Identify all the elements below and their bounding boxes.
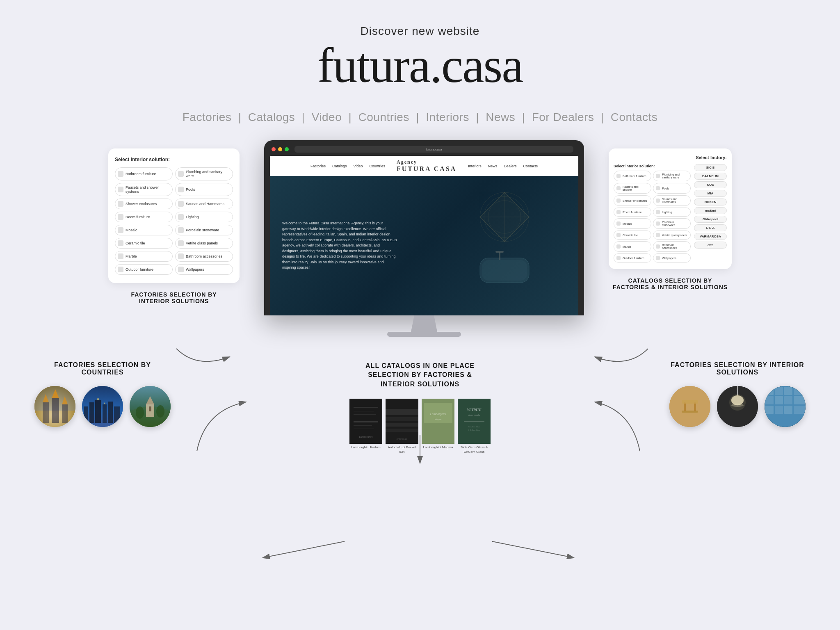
nav-item-catalogs[interactable]: Catalogs (248, 111, 295, 123)
website-nav-dealers[interactable]: Dealers (504, 164, 516, 168)
brand-effe[interactable]: effe (694, 242, 727, 249)
f-sol-faucets[interactable]: Faucets and shower (614, 183, 651, 194)
nav-item-news[interactable]: News (486, 111, 515, 123)
countries-circles (33, 386, 172, 427)
solution-label: Porcelain stoneware (186, 228, 219, 232)
catalog-item-2[interactable]: AntonioLupi AntonioLupi Pocket 034 (386, 399, 418, 454)
f-sol-lighting[interactable]: Lighting (653, 208, 691, 217)
solution-item-wallpapers[interactable]: Wallpapers (175, 264, 233, 275)
website-nav-news[interactable]: News (488, 164, 498, 168)
brand-lea[interactable]: L·E·A (694, 224, 727, 231)
factory-card-title: Select factory: (614, 155, 727, 160)
solution-item-bath-acc[interactable]: Bathroom accessories (175, 251, 233, 262)
f-porcelain-icon (656, 221, 660, 226)
nav-item-factories[interactable]: Factories (183, 111, 232, 123)
solution-item-vetrite[interactable]: Vetrite glass panels (175, 238, 233, 249)
website-nav-catalogs[interactable]: Catalogs (332, 164, 347, 168)
solution-item-marble[interactable]: Marble (115, 251, 173, 262)
f-sol-shower[interactable]: Shower enclosures (614, 195, 651, 206)
f-sol-mosaic[interactable]: Mosaic (614, 218, 651, 229)
factory-circle-3[interactable] (765, 386, 806, 427)
brand-sicis[interactable]: SICIS (694, 164, 727, 171)
f-sol-saunas[interactable]: Saunas and Hammams (653, 195, 691, 206)
svg-rect-21 (95, 400, 101, 423)
f-sol-marble[interactable]: Marble (614, 241, 651, 252)
svg-rect-61 (694, 402, 696, 411)
catalog-item-1[interactable]: Lamborghini Lamborghini Kadum (349, 399, 382, 454)
monitor-maximize-btn[interactable] (285, 147, 289, 151)
country-circle-3[interactable] (130, 386, 171, 427)
svg-rect-13 (52, 398, 59, 423)
svg-text:Magma: Magma (435, 418, 442, 420)
nav-item-interiors[interactable]: Interiors (426, 111, 469, 123)
solution-item-faucets[interactable]: Faucets and shower systems (115, 183, 173, 196)
brand-mami[interactable]: ma&mi (694, 207, 727, 214)
solution-item-pools[interactable]: Pools (175, 183, 233, 196)
bath-acc-icon (178, 253, 184, 259)
monitor-minimize-btn[interactable] (278, 147, 282, 151)
solution-item-porcelain[interactable]: Porcelain stoneware (175, 225, 233, 235)
solution-item-saunas[interactable]: Saunas and Hammams (175, 199, 233, 209)
factory-circle-2[interactable] (717, 386, 758, 427)
solution-item-plumbing[interactable]: Plumbing and sanitary ware (175, 167, 233, 180)
brand-gidropool[interactable]: Gidropool (694, 216, 727, 223)
monitor-close-btn[interactable] (272, 147, 276, 151)
f-sol-vetrite[interactable]: Vetrite glass panels (653, 231, 691, 240)
f-sol-room[interactable]: Room furniture (614, 208, 651, 217)
svg-rect-14 (62, 404, 68, 423)
bottom-left-label: FACTORIES SELECTION BY COUNTRIES (33, 361, 172, 376)
brand-varmarosa[interactable]: VARMAROSA (694, 233, 727, 240)
catalog-item-3[interactable]: Lamborghini Magma Lamborghini Magma (422, 399, 454, 454)
address-text: futura.casa (426, 148, 442, 151)
brand-noken[interactable]: NOKEN (694, 199, 727, 205)
solution-item-room[interactable]: Room furniture (115, 212, 173, 222)
website-nav-factories[interactable]: Factories (310, 164, 326, 168)
country-circle-2[interactable] (82, 386, 123, 427)
brand-balneum[interactable]: BALNEUM (694, 173, 727, 180)
website-nav-contacts[interactable]: Contacts (523, 164, 538, 168)
wallpapers-icon (178, 267, 184, 272)
solution-card-title: Select interior solution: (115, 157, 233, 162)
solution-item-bathroom[interactable]: Bathroom furniture (115, 167, 173, 180)
factory-circle-1[interactable] (669, 386, 710, 427)
f-sol-bath-acc[interactable]: Bathroom accessories (653, 241, 691, 252)
svg-rect-31 (149, 406, 151, 411)
brand-mia[interactable]: MIA (694, 190, 727, 197)
monitor-address-bar[interactable]: futura.casa (294, 146, 573, 153)
f-sol-pools[interactable]: Pools (653, 183, 691, 194)
f-sol-ceramic[interactable]: Ceramic tile (614, 231, 651, 240)
country-circle-1[interactable] (34, 386, 75, 427)
nav-item-video[interactable]: Video (312, 111, 342, 123)
f-pools-icon (656, 186, 660, 190)
svg-rect-62 (682, 400, 698, 404)
f-sol-outdoor[interactable]: Outdoor furniture (614, 253, 651, 262)
f-sol-plumbing[interactable]: Plumbing and sanitary ware (653, 171, 691, 181)
website-nav-interiors[interactable]: Interiors (468, 164, 482, 168)
catalog-thumb-4: VETRITE glass panels Sicis Gem Glass & O… (458, 399, 491, 444)
solution-item-mosaic[interactable]: Mosaic (115, 225, 173, 235)
nav-item-countries[interactable]: Countries (358, 111, 409, 123)
svg-rect-80 (775, 406, 783, 414)
website-nav-countries[interactable]: Countries (369, 164, 385, 168)
solution-item-lighting[interactable]: Lighting (175, 212, 233, 222)
nav-item-contacts[interactable]: Contacts (611, 111, 658, 123)
svg-text:Lamborghini: Lamborghini (430, 413, 446, 416)
solution-item-outdoor[interactable]: Outdoor furniture (115, 264, 173, 275)
f-sol-bathroom[interactable]: Bathroom furniture (614, 171, 651, 181)
catalog-thumb-1: Lamborghini (349, 399, 382, 444)
catalog-name-4: Sicis Gem Glass & OnGem Glass (458, 445, 491, 454)
website-nav-video[interactable]: Video (354, 164, 363, 168)
nav-item-dealers[interactable]: For Dealers (532, 111, 594, 123)
brand-kos[interactable]: KOS (694, 181, 727, 188)
f-sol-porcelain[interactable]: Porcelain stoneware (653, 218, 691, 229)
catalog-item-4[interactable]: VETRITE glass panels Sicis Gem Glass & O… (458, 399, 491, 454)
porcelain-icon (178, 227, 184, 233)
bottom-left: FACTORIES SELECTION BY COUNTRIES (33, 361, 172, 427)
svg-rect-71 (765, 387, 774, 395)
nav-divider: | (601, 111, 607, 123)
f-sol-wallpapers[interactable]: Wallpapers (653, 253, 691, 262)
svg-rect-43 (386, 409, 418, 415)
main-content: Select interior solution: Bathroom furni… (0, 140, 840, 337)
solution-item-shower[interactable]: Shower enclosures (115, 199, 173, 209)
solution-item-ceramic[interactable]: Ceramic tile (115, 238, 173, 249)
